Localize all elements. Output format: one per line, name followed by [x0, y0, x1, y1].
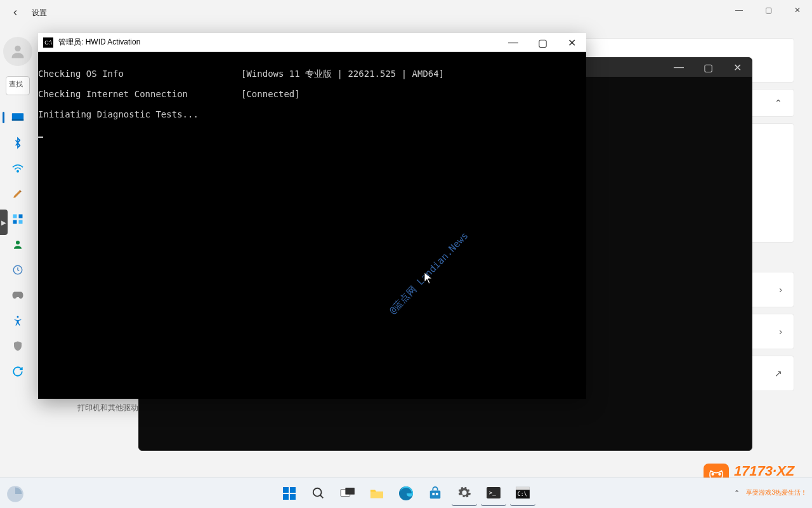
mouse-cursor: [424, 272, 433, 287]
svg-rect-26: [436, 493, 438, 495]
tray-overflow-button[interactable]: ⌃: [734, 489, 740, 497]
chevron-right-icon: ›: [779, 326, 782, 337]
taskbar-corner-app[interactable]: [6, 485, 27, 505]
console-titlebar[interactable]: C:\ 管理员: HWID Activation — ▢ ✕: [38, 33, 586, 52]
bg-close-button[interactable]: ✕: [723, 58, 752, 77]
edge-button[interactable]: [393, 481, 419, 506]
svg-point-3: [17, 171, 18, 172]
settings-taskbar-button[interactable]: [452, 481, 477, 506]
sidebar-item-bluetooth[interactable]: [3, 131, 33, 155]
settings-sidebar: 查找: [0, 25, 36, 478]
terminal-taskbar-button[interactable]: >_: [481, 481, 506, 506]
bluetooth-icon: [11, 137, 24, 149]
sidebar-item-privacy[interactable]: [3, 334, 33, 358]
svg-rect-17: [290, 494, 296, 500]
svg-point-8: [16, 241, 20, 244]
store-button[interactable]: [422, 481, 448, 506]
settings-maximize-button[interactable]: ▢: [754, 0, 783, 20]
file-explorer-button[interactable]: [364, 481, 390, 506]
accounts-icon: [11, 238, 24, 251]
chevron-right-icon: ›: [779, 284, 782, 295]
text-cursor: [38, 137, 43, 138]
sidebar-item-personalization[interactable]: [3, 182, 33, 206]
settings-titlebar: 设置 — ▢ ✕: [0, 0, 812, 25]
svg-rect-21: [345, 487, 355, 494]
sidebar-item-accounts[interactable]: [3, 232, 33, 257]
svg-rect-2: [12, 119, 23, 121]
bg-maximize-button[interactable]: ▢: [693, 58, 723, 77]
console-text: Initiating Diagnostic Tests...: [38, 109, 199, 119]
console-text: [Windows 11 专业版 | 22621.525 | AMD64]: [241, 69, 444, 79]
svg-text:>_: >_: [489, 489, 496, 495]
sidebar-item-system[interactable]: [3, 105, 33, 130]
left-expand-tab[interactable]: ▶: [0, 210, 8, 235]
avatar[interactable]: [3, 37, 32, 66]
cmd-taskbar-button[interactable]: C:\: [510, 481, 535, 506]
accessibility-icon: [11, 314, 24, 327]
update-icon: [11, 365, 24, 378]
sidebar-item-update[interactable]: [3, 359, 33, 384]
personalization-icon: [11, 187, 24, 200]
svg-point-10: [17, 316, 19, 318]
settings-title: 设置: [32, 8, 47, 18]
svg-rect-4: [13, 215, 17, 218]
time-icon: [11, 264, 24, 276]
sidebar-item-time[interactable]: [3, 258, 33, 282]
settings-close-button[interactable]: ✕: [783, 0, 812, 20]
console-title: 管理员: HWID Activation: [58, 37, 140, 48]
svg-rect-6: [13, 220, 17, 224]
taskbar-search-button[interactable]: [306, 481, 331, 506]
bg-minimize-button[interactable]: —: [664, 58, 693, 77]
console-minimize-button[interactable]: —: [499, 33, 528, 52]
svg-rect-30: [516, 486, 530, 490]
external-link-icon: ↗: [775, 368, 782, 378]
console-text: Checking Internet Connection: [38, 89, 241, 99]
svg-point-18: [313, 488, 322, 496]
console-text: [Connected]: [241, 89, 300, 99]
sidebar-item-gaming[interactable]: [3, 283, 33, 307]
svg-rect-24: [430, 490, 441, 498]
privacy-icon: [11, 340, 24, 352]
svg-rect-15: [290, 487, 296, 493]
svg-point-0: [15, 46, 20, 51]
tray-tip: 享受游戏3热爱生活！: [746, 488, 807, 497]
svg-line-19: [320, 495, 324, 498]
taskbar[interactable]: >_ C:\ ⌃ 享受游戏3热爱生活！: [0, 478, 812, 508]
back-button[interactable]: [10, 8, 20, 18]
svg-rect-16: [283, 494, 289, 500]
sidebar-item-accessibility[interactable]: [3, 309, 33, 333]
cmd-icon: C:\: [43, 37, 53, 48]
network-icon: [11, 162, 24, 175]
svg-text:C:\: C:\: [518, 490, 527, 497]
system-tray[interactable]: ⌃ 享受游戏3热爱生活！: [734, 478, 807, 508]
chevron-up-icon: ⌃: [775, 98, 782, 108]
gaming-icon: [11, 289, 24, 302]
console-close-button[interactable]: ✕: [557, 33, 586, 52]
console-output[interactable]: Checking OS Info[Windows 11 专业版 | 22621.…: [38, 52, 586, 399]
svg-rect-14: [283, 487, 289, 493]
settings-minimize-button[interactable]: —: [724, 0, 754, 20]
settings-search-input[interactable]: 查找: [6, 76, 30, 95]
svg-rect-25: [432, 493, 435, 495]
start-button[interactable]: [277, 481, 302, 506]
console-maximize-button[interactable]: ▢: [528, 33, 557, 52]
system-icon: [11, 111, 24, 124]
console-window[interactable]: C:\ 管理员: HWID Activation — ▢ ✕ Checking …: [38, 33, 586, 399]
console-text: Checking OS Info: [38, 69, 241, 79]
svg-rect-5: [19, 215, 23, 218]
sidebar-item-network[interactable]: [3, 156, 33, 180]
svg-rect-22: [370, 491, 383, 498]
taskview-button[interactable]: [335, 481, 360, 506]
apps-icon: [11, 213, 24, 225]
svg-rect-7: [19, 220, 23, 224]
taskbar-center: >_ C:\: [277, 481, 535, 506]
